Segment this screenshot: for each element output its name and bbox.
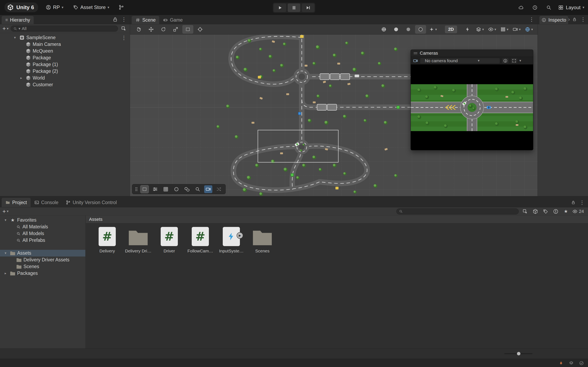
rect-tool-button[interactable]: [182, 25, 193, 34]
overlay-random-button[interactable]: [215, 185, 223, 193]
version-control-button[interactable]: [117, 3, 126, 11]
hierarchy-item-mcqueen[interactable]: McQueen: [0, 48, 130, 54]
tree-item-assets[interactable]: ▾ Assets: [0, 250, 85, 257]
tab-console[interactable]: Console: [31, 198, 62, 207]
icon-size-slider[interactable]: [504, 353, 532, 354]
shading-sphere-button[interactable]: [390, 25, 402, 34]
gizmo-globe-button[interactable]: [378, 25, 389, 34]
alert-filter-button[interactable]: [552, 207, 560, 216]
hierarchy-item-world[interactable]: ▸ World: [0, 75, 130, 81]
asset-tile-scenes[interactable]: Scenes: [247, 226, 278, 253]
camera-select[interactable]: No camera found ▾: [420, 58, 500, 64]
scene-visibility-button[interactable]: ▾: [486, 25, 498, 34]
tree-item-all-materials[interactable]: All Materials: [0, 224, 85, 230]
status-check-button[interactable]: [578, 360, 585, 366]
account-menu[interactable]: RP ▾: [43, 3, 66, 11]
tab-game[interactable]: Game: [159, 16, 186, 24]
hierarchy-item-package-2[interactable]: Package (2): [0, 68, 130, 75]
scene-canvas[interactable]: Cameras No camera found ▾: [130, 35, 537, 196]
expand-subassets-icon[interactable]: ▶: [237, 232, 243, 239]
overlay-prefab-button[interactable]: [183, 185, 191, 193]
picker-button[interactable]: [120, 25, 127, 33]
asset-store-menu[interactable]: Asset Store ▾: [71, 3, 112, 11]
tree-item-scenes[interactable]: Scenes: [0, 263, 85, 270]
project-search-field[interactable]: [396, 208, 519, 215]
mode-2d-button[interactable]: 2D: [445, 25, 457, 33]
lighting-toggle-button[interactable]: [462, 25, 473, 34]
asset-tile-driver[interactable]: # Driver: [154, 226, 185, 253]
lighting-sphere-button[interactable]: [403, 25, 414, 34]
panel-nav-right-icon[interactable]: ›: [568, 17, 570, 22]
label-filter-button[interactable]: [542, 207, 549, 216]
expander-icon[interactable]: ▸: [3, 271, 8, 275]
asset-tile-followcam[interactable]: # FollowCam…: [185, 226, 216, 253]
favorites-filter-button[interactable]: ★: [562, 207, 570, 216]
lock-button[interactable]: [570, 198, 577, 207]
hierarchy-item-package-1[interactable]: Package (1): [0, 61, 130, 68]
expander-icon[interactable]: ▾: [3, 218, 8, 222]
hierarchy-item-package[interactable]: Package: [0, 54, 130, 61]
overlay-sphere-button[interactable]: [172, 185, 181, 193]
cache-status-button[interactable]: [568, 360, 575, 366]
create-asset-button[interactable]: + ▾: [2, 209, 9, 214]
hidden-count-toggle[interactable]: 24: [572, 209, 586, 214]
tab-inspector[interactable]: Inspecto: [539, 16, 568, 24]
panel-menu-icon[interactable]: ⋮: [120, 17, 128, 22]
panel-menu-icon[interactable]: ⋮: [528, 17, 536, 22]
hierarchy-item-samplescene[interactable]: ▾ SampleScene ⋮: [0, 34, 130, 41]
tree-item-all-prefabs[interactable]: All Prefabs: [0, 237, 85, 244]
overlay-sliders-button[interactable]: [151, 185, 159, 193]
layout-menu[interactable]: Layout ▾: [558, 5, 584, 10]
effects-button[interactable]: ▾: [427, 25, 438, 34]
drag-handle-icon[interactable]: [135, 186, 138, 192]
gizmos-button[interactable]: ▾: [523, 25, 534, 34]
panel-menu-icon[interactable]: ⋮: [579, 17, 587, 22]
pause-button[interactable]: [288, 3, 300, 12]
hierarchy-item-main-camera[interactable]: Main Camera: [0, 41, 130, 48]
play-button[interactable]: [274, 3, 286, 12]
layers-visibility-button[interactable]: ▾: [474, 25, 485, 34]
lock-button[interactable]: [571, 15, 578, 24]
tree-item-delivery-driver-assets[interactable]: Delivery Driver Assets: [0, 257, 85, 263]
expander-icon[interactable]: ▾: [12, 35, 17, 40]
expander-icon[interactable]: ▾: [3, 251, 8, 255]
lock-button[interactable]: [112, 15, 119, 24]
transform-tool-button[interactable]: [195, 25, 206, 34]
activity-status-button[interactable]: [557, 360, 565, 366]
scale-tool-button[interactable]: [170, 25, 181, 34]
hierarchy-search-field[interactable]: ▾ All: [11, 25, 118, 32]
tab-hierarchy[interactable]: ≡ Hierarchy: [2, 16, 34, 24]
panel-menu-icon[interactable]: ⋮: [578, 200, 586, 205]
cameras-overlay-header[interactable]: Cameras: [411, 50, 533, 57]
overlay-camera-button[interactable]: [204, 185, 212, 193]
history-button[interactable]: [530, 3, 540, 12]
chevron-down-icon[interactable]: ▾: [519, 59, 521, 62]
overlay-search-button[interactable]: [194, 185, 202, 193]
tree-item-favorites[interactable]: ▾ ★ Favorites: [0, 217, 85, 224]
step-button[interactable]: [302, 3, 314, 12]
rotate-tool-button[interactable]: [158, 25, 169, 34]
move-tool-button[interactable]: [146, 25, 156, 34]
tree-item-packages[interactable]: ▸ Packages: [0, 270, 85, 277]
slider-handle[interactable]: [517, 352, 520, 355]
asset-tile-delivery[interactable]: # Delivery: [92, 226, 123, 253]
overlay-rect-select-button[interactable]: [140, 185, 149, 193]
tab-project[interactable]: Project: [2, 198, 31, 207]
camera-frame-button[interactable]: [511, 58, 518, 64]
view-tool-button[interactable]: [133, 25, 144, 34]
component-filter-button[interactable]: ▾: [499, 25, 510, 34]
search-button[interactable]: [544, 3, 553, 12]
asset-tile-delivery-driver-assets[interactable]: Delivery Dri…: [123, 226, 154, 253]
package-search-button[interactable]: [531, 207, 539, 216]
camera-settings-button[interactable]: ▾: [511, 25, 522, 34]
camera-preview-toggle-button[interactable]: [415, 25, 426, 34]
search-picker-button[interactable]: [521, 207, 529, 216]
breadcrumb-label[interactable]: Assets: [89, 217, 103, 222]
tree-item-all-models[interactable]: All Models: [0, 230, 85, 237]
tab-unity-version-control[interactable]: Unity Version Control: [62, 198, 121, 207]
expander-icon[interactable]: ▸: [18, 76, 24, 80]
asset-tile-inputsystem[interactable]: ▶ InputSyste…: [216, 226, 247, 253]
scene-options-icon[interactable]: ⋮: [120, 35, 128, 40]
unity-menu[interactable]: Unity 6: [4, 2, 38, 12]
overlay-grid-brush-button[interactable]: [162, 185, 170, 193]
